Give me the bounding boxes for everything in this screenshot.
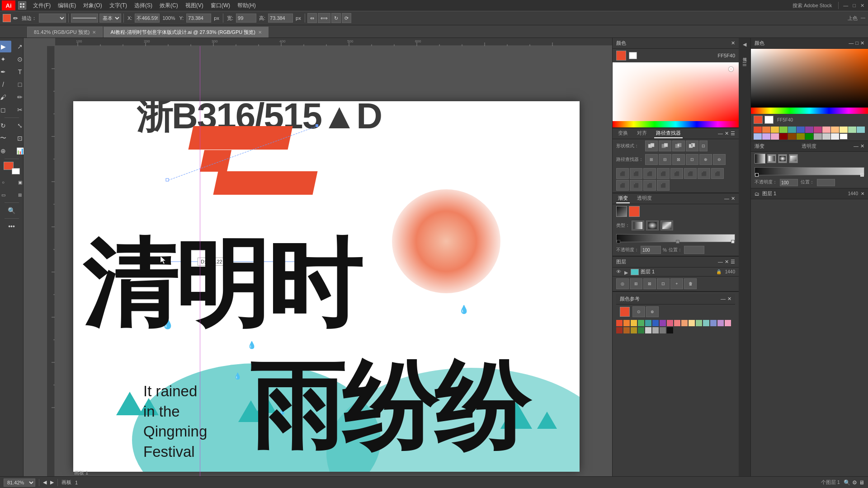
- magic-wand-tool[interactable]: ✦: [0, 53, 11, 65]
- gradient-radial-btn[interactable]: [646, 221, 659, 230]
- line-tool[interactable]: /: [0, 79, 11, 90]
- window-minimize[interactable]: —: [841, 3, 850, 8]
- r2-sw-12[interactable]: [848, 127, 856, 133]
- zoom-hand-tool[interactable]: 🔍: [4, 205, 20, 216]
- r2-pos-input[interactable]: [817, 179, 835, 186]
- color-ref-close[interactable]: ✕: [727, 296, 731, 302]
- r2-sw-20[interactable]: [805, 133, 813, 140]
- color-ref-swatch[interactable]: [620, 307, 630, 317]
- pf-divide[interactable]: ⊞: [645, 154, 658, 165]
- cs-gray2[interactable]: [652, 327, 659, 333]
- r2-gradient-bar[interactable]: [755, 167, 864, 175]
- menu-select[interactable]: 选择(S): [131, 1, 156, 10]
- r2-sw-15[interactable]: [762, 133, 770, 140]
- tab-gradient[interactable]: 渐变: [616, 194, 630, 203]
- pf-trim[interactable]: ⊟: [659, 154, 671, 165]
- gradient-bar[interactable]: [616, 234, 735, 242]
- r2-grad-linear-icon[interactable]: [767, 154, 776, 163]
- cs-light-green[interactable]: [696, 320, 702, 326]
- gradient-freeform-btn[interactable]: [660, 221, 673, 230]
- align-horiz-btn[interactable]: ⇔: [307, 13, 317, 23]
- r2-sw-22[interactable]: [822, 133, 830, 140]
- r2-sw-1[interactable]: [754, 127, 762, 133]
- pf-outline[interactable]: ⊕: [699, 154, 712, 165]
- layers-close[interactable]: ✕: [725, 259, 729, 265]
- layers-minimize[interactable]: —: [718, 259, 723, 265]
- align-bottom[interactable]: ⬛: [684, 168, 697, 179]
- paintbrush-tool[interactable]: 🖌: [0, 91, 11, 103]
- pf-crop[interactable]: ⊡: [686, 154, 698, 165]
- r2-grad-other-icon[interactable]: [789, 154, 798, 163]
- r2-sw-19[interactable]: [797, 133, 805, 140]
- transform-panel-close[interactable]: ✕: [725, 131, 729, 136]
- color-bg-swatch[interactable]: [629, 52, 637, 59]
- r2-minimize[interactable]: —: [849, 40, 854, 46]
- cs-green[interactable]: [638, 320, 644, 326]
- color-panel-close[interactable]: ✕: [731, 40, 735, 46]
- layer-1-row[interactable]: 👁 ▶ 图层 1 🔒 1440: [613, 267, 739, 276]
- tab-1-close[interactable]: ✕: [258, 30, 262, 35]
- grad-stop-right[interactable]: [731, 240, 735, 244]
- layer-new-group[interactable]: ⊞: [630, 278, 642, 289]
- cs-dark-green[interactable]: [638, 327, 644, 333]
- r2-close[interactable]: ✕: [860, 40, 864, 46]
- w-input[interactable]: [236, 14, 256, 23]
- layer-locate[interactable]: ◎: [616, 278, 629, 289]
- shape-minus-front[interactable]: [659, 141, 671, 151]
- cs-orange[interactable]: [623, 320, 630, 326]
- r2-sw-6[interactable]: [797, 127, 805, 133]
- align-center-v[interactable]: ⬛: [670, 168, 683, 179]
- gradient-panel-minimize[interactable]: —: [724, 196, 729, 202]
- r2-sw-10[interactable]: [831, 127, 839, 133]
- eraser-tool[interactable]: ◻: [0, 104, 11, 116]
- right-panels-toggle[interactable]: ◀: [740, 40, 749, 49]
- stroke-type-select[interactable]: 基本: [99, 14, 121, 23]
- libraries-btn[interactable]: ☰: [740, 60, 749, 69]
- artboard-nav-left[interactable]: ◀: [43, 479, 47, 485]
- cs-yellow[interactable]: [631, 320, 637, 326]
- menu-help[interactable]: 帮助(H): [234, 1, 259, 10]
- r2-sw-16[interactable]: [771, 133, 779, 140]
- r2-sw-13[interactable]: [857, 127, 865, 133]
- r2-sw-18[interactable]: [788, 133, 796, 140]
- cs-dark-yellow[interactable]: [631, 327, 637, 333]
- r2-sw-17[interactable]: [779, 133, 788, 140]
- tab-pathfinder[interactable]: 路径查找器: [654, 129, 683, 138]
- r2-stop-left[interactable]: [755, 173, 759, 177]
- x-input[interactable]: [135, 14, 160, 23]
- r2-grad-radial-icon[interactable]: [778, 154, 787, 163]
- distribute-space-h[interactable]: ⬛: [616, 180, 629, 191]
- stroke-select[interactable]: [39, 14, 66, 23]
- r2-layer-close[interactable]: ✕: [861, 191, 864, 196]
- status-icon-2[interactable]: ⚙: [852, 479, 857, 486]
- r2-sw-8[interactable]: [814, 127, 822, 133]
- r2-grad-close[interactable]: ✕: [860, 143, 864, 149]
- tab-0-close[interactable]: ✕: [92, 30, 96, 35]
- window-restore[interactable]: □: [851, 3, 858, 8]
- pf-minus-back[interactable]: ⊖: [713, 154, 726, 165]
- pen-tool[interactable]: ✒: [0, 66, 11, 78]
- gradient-linear-btn[interactable]: [632, 221, 644, 230]
- shape-intersect[interactable]: [672, 141, 685, 151]
- distribute-btn[interactable]: ⟺: [318, 13, 330, 23]
- layer-expand-icon[interactable]: ▶: [624, 270, 629, 274]
- align-to-alt[interactable]: ⬛: [657, 180, 670, 191]
- layers-menu[interactable]: ☰: [731, 259, 735, 265]
- rotate-btn[interactable]: ⟳: [342, 13, 351, 23]
- r2-hue-slider[interactable]: [751, 108, 868, 114]
- grad-opacity-input[interactable]: [641, 246, 661, 254]
- menu-file[interactable]: 文件(F): [30, 1, 54, 10]
- cs-teal[interactable]: [645, 320, 651, 326]
- status-icon-3[interactable]: 🖥: [859, 479, 864, 486]
- r2-sw-24[interactable]: [840, 133, 848, 140]
- color-ref-cool[interactable]: ⊕: [646, 306, 659, 317]
- distribute-space-v[interactable]: ⬛: [630, 180, 642, 191]
- selection-tool[interactable]: ▶: [0, 41, 11, 52]
- menu-view[interactable]: 视图(V): [182, 1, 207, 10]
- gradient-swatch-main[interactable]: [616, 206, 627, 217]
- r2-sw-11[interactable]: [840, 127, 848, 133]
- window-close[interactable]: ✕: [859, 3, 866, 9]
- r2-maximize[interactable]: □: [855, 40, 859, 46]
- layer-clip[interactable]: ⊠: [643, 278, 656, 289]
- r2-grad-swatch[interactable]: [755, 154, 765, 164]
